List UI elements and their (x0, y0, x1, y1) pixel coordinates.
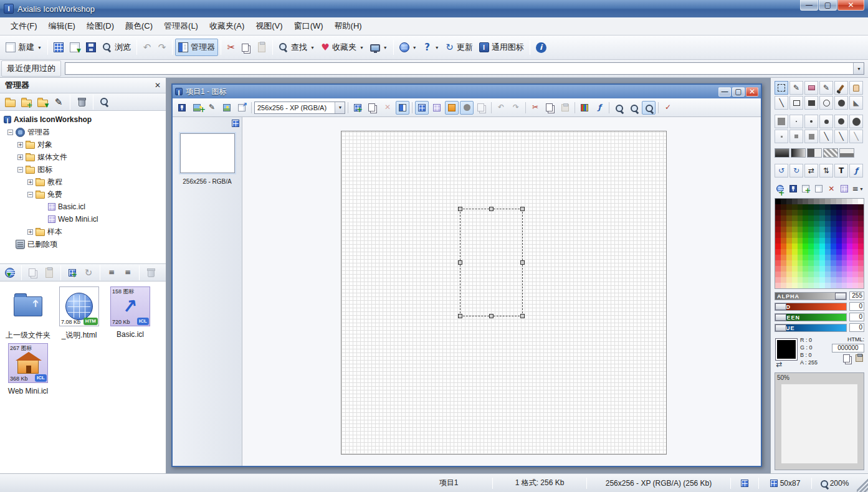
palette-color[interactable] (814, 238, 819, 244)
palette-color[interactable] (814, 199, 819, 204)
palette-color[interactable] (814, 227, 819, 232)
palette-color[interactable] (836, 199, 842, 204)
palette-color[interactable] (836, 232, 842, 238)
zoom-out-button[interactable] (627, 101, 641, 115)
palette-color[interactable] (819, 277, 825, 283)
palette-color[interactable] (819, 272, 825, 277)
transparent-background-button[interactable] (445, 101, 459, 115)
open-folder-button[interactable] (2, 95, 17, 110)
palette-color[interactable] (836, 283, 842, 288)
palette-color[interactable] (825, 232, 831, 238)
palette-color[interactable] (819, 266, 825, 272)
palette-color[interactable] (814, 266, 819, 272)
selection-handle[interactable] (458, 207, 462, 211)
palette-color[interactable] (858, 204, 864, 210)
palette-color[interactable] (825, 277, 831, 283)
palette-color[interactable] (798, 215, 803, 221)
delete-button[interactable] (74, 95, 89, 110)
document-titlebar[interactable]: 项目1 - 图标 — ▢ ✕ (173, 85, 761, 98)
palette-color[interactable] (836, 272, 842, 277)
palette-grid-button[interactable] (839, 182, 851, 195)
tree-item-free[interactable]: 免费 (1, 188, 165, 201)
palette-color[interactable] (831, 232, 836, 238)
palette-color[interactable] (836, 238, 842, 244)
size-square-2[interactable] (789, 130, 803, 143)
palette-color[interactable] (792, 249, 798, 255)
blue-slider[interactable]: BLUE (775, 324, 847, 332)
tree-item-librarian[interactable]: 管理器 (1, 126, 165, 138)
browse-button[interactable]: 浏览 (99, 39, 134, 56)
palette-color[interactable] (775, 260, 781, 266)
palette-color[interactable] (792, 244, 798, 249)
palette-color[interactable] (847, 215, 852, 221)
palette-color[interactable] (842, 272, 847, 277)
palette-color[interactable] (798, 227, 803, 232)
rotate-left-button[interactable]: ↺ (775, 164, 788, 177)
palette-color[interactable] (781, 199, 786, 204)
palette-color[interactable] (847, 277, 852, 283)
palette-color[interactable] (803, 221, 808, 227)
palette-web-button[interactable] (775, 182, 786, 195)
palette-color[interactable] (792, 272, 798, 277)
search-library-button[interactable] (97, 95, 112, 110)
doc-paste-button[interactable] (558, 101, 572, 115)
palette-color[interactable] (781, 260, 786, 266)
drawing-canvas[interactable] (341, 131, 667, 455)
new-format-button[interactable] (351, 101, 365, 115)
palette-color[interactable] (858, 215, 864, 221)
palette-color[interactable] (831, 255, 836, 260)
update-button[interactable]: ↻ 更新 (442, 39, 476, 56)
refresh-button[interactable]: ↻ (81, 265, 96, 280)
palette-color[interactable] (814, 210, 819, 215)
palette-color[interactable] (786, 255, 792, 260)
palette-color[interactable] (814, 283, 819, 288)
collapse-icon[interactable] (27, 192, 33, 197)
resize-grip[interactable] (857, 474, 868, 492)
palette-color[interactable] (803, 283, 808, 288)
palette-color[interactable] (842, 215, 847, 221)
palette-color[interactable] (819, 227, 825, 232)
minimize-button[interactable]: — (800, 0, 818, 11)
palette-color[interactable] (842, 199, 847, 204)
palette-color[interactable] (858, 277, 864, 283)
paste-files-button[interactable] (42, 265, 57, 280)
zoom-in-button[interactable] (612, 101, 626, 115)
palette-color[interactable] (852, 272, 858, 277)
palette-color[interactable] (858, 260, 864, 266)
menu-color[interactable]: 颜色(C) (120, 18, 158, 34)
palette-color[interactable] (792, 204, 798, 210)
palette-color[interactable] (858, 199, 864, 204)
expand-icon[interactable] (17, 142, 23, 148)
palette-color[interactable] (825, 221, 831, 227)
palette-color[interactable] (819, 238, 825, 244)
format-thumbnail-selected[interactable] (180, 133, 235, 173)
palette-color[interactable] (831, 221, 836, 227)
adjust-colors-button[interactable] (578, 101, 591, 115)
import-folder-button[interactable] (35, 95, 50, 110)
palette-color[interactable] (786, 232, 792, 238)
paste-button[interactable] (254, 39, 270, 56)
palette-color[interactable] (798, 232, 803, 238)
palette-color[interactable] (814, 204, 819, 210)
palette-color[interactable] (798, 272, 803, 277)
palette-color[interactable] (831, 260, 836, 266)
palette-color[interactable] (786, 266, 792, 272)
palette-color[interactable] (814, 215, 819, 221)
palette-color[interactable] (775, 210, 781, 215)
palette-color[interactable] (852, 249, 858, 255)
palette-color[interactable] (842, 244, 847, 249)
file-item-parent-folder[interactable]: 上一级文件夹 (2, 286, 54, 341)
palette-color[interactable] (847, 244, 852, 249)
palette-color[interactable] (819, 232, 825, 238)
favorites-button[interactable]: ♥ 收藏夹 ▼ (318, 39, 367, 56)
red-value[interactable]: 0 (849, 302, 864, 311)
palette-color[interactable] (803, 277, 808, 283)
palette-color[interactable] (852, 238, 858, 244)
palette-color[interactable] (831, 215, 836, 221)
palette-color[interactable] (775, 249, 781, 255)
palette-color[interactable] (858, 232, 864, 238)
palette-color[interactable] (808, 210, 814, 215)
redo-button[interactable]: ↷ (155, 39, 169, 56)
palette-color[interactable] (798, 255, 803, 260)
palette-color[interactable] (781, 249, 786, 255)
